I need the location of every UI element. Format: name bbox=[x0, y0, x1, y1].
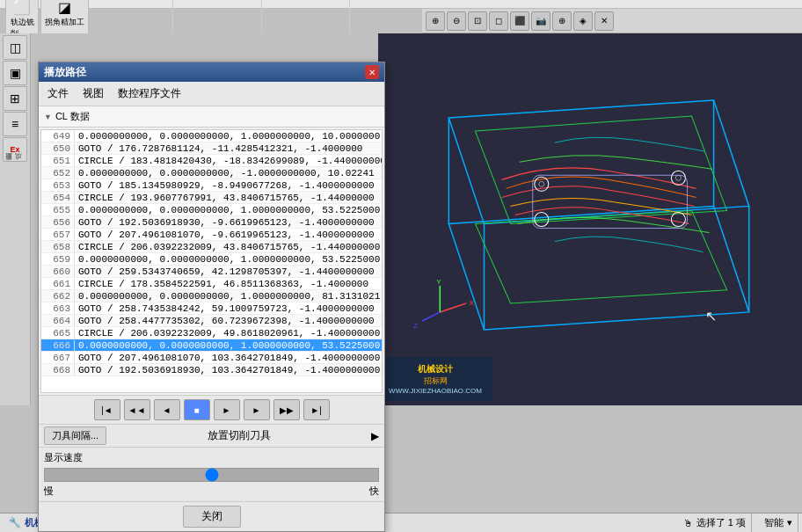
cl-line-num: 663 bbox=[41, 303, 75, 314]
status-mode-section: 智能 ▾ bbox=[759, 514, 798, 532]
status-select-section: 🖱 选择了 1 项 bbox=[678, 514, 752, 532]
cl-content: 0.0000000000, 0.0000000000, 1.0000000000… bbox=[75, 340, 382, 351]
table-row[interactable]: 650GOTO / 176.7287681124, -11.4285412321… bbox=[41, 142, 382, 155]
svg-rect-3 bbox=[378, 47, 802, 392]
cl-content: CIRCLE / 183.4818420430, -18.8342699089,… bbox=[75, 156, 382, 166]
dialog-close-row: 关闭 bbox=[39, 501, 384, 531]
watermark-url: WWW.JIXIEZHAOBIAO.COM bbox=[389, 387, 482, 395]
cl-line-num: 659 bbox=[41, 254, 75, 265]
cl-content: GOTO / 185.1345980929, -8.9490677268, -1… bbox=[75, 180, 378, 191]
sidebar-icon-grid[interactable]: ⊞ bbox=[3, 86, 27, 111]
table-row[interactable]: 664GOTO / 258.4477735302, 60.7239672398,… bbox=[41, 315, 382, 327]
table-row[interactable]: 660GOTO / 259.5343740659, 42.1298705397,… bbox=[41, 266, 382, 278]
cl-line-num: 649 bbox=[41, 131, 75, 142]
tree-item-label: CL 数据 bbox=[55, 110, 90, 123]
cl-content: 0.0000000000, 0.0000000000, 1.0000000000… bbox=[75, 254, 382, 265]
cl-dialog-title: 播放路径 bbox=[44, 65, 86, 80]
player-btn-first[interactable]: |◄ bbox=[94, 399, 120, 420]
table-row[interactable]: 6590.0000000000, 0.0000000000, 1.0000000… bbox=[41, 253, 382, 266]
cl-line-num: 652 bbox=[41, 168, 75, 179]
table-row[interactable]: 663GOTO / 258.7435384242, 59.1009759723,… bbox=[41, 302, 382, 315]
main-content: ◫ ▣ ⊞ ≡ Ex 重新成 播放路径 ✕ 文件 视图 数控程序文件 ▼ CL … bbox=[0, 33, 802, 405]
table-row[interactable]: 6620.0000000000, 0.0000000000, 1.0000000… bbox=[41, 290, 382, 302]
status-mode: 智能 bbox=[764, 516, 784, 529]
place-tool-arrow: ▶ bbox=[371, 430, 379, 442]
status-select-icon: 🖱 bbox=[683, 518, 693, 528]
table-row[interactable]: 667GOTO / 207.4961081070, 103.3642701849… bbox=[41, 352, 382, 364]
table-row[interactable]: 651CIRCLE / 183.4818420430, -18.83426990… bbox=[41, 155, 382, 167]
table-row[interactable]: 6660.0000000000, 0.0000000000, 1.0000000… bbox=[41, 339, 382, 352]
player-btn-next-fast[interactable]: ▶▶ bbox=[273, 399, 300, 420]
player-btn-prev[interactable]: ◄ bbox=[154, 399, 180, 420]
sidebar-icon-parts[interactable]: ◫ bbox=[3, 35, 27, 60]
player-btn-play[interactable]: ► bbox=[214, 399, 240, 420]
player-controls: |◄ ◄◄ ◄ ■ ► ► ▶▶ ►| bbox=[39, 395, 384, 424]
table-row[interactable]: 665CIRCLE / 206.0392232009, 49.861802096… bbox=[41, 327, 382, 339]
table-row[interactable]: 656GOTO / 192.5036918930, -9.6619965123,… bbox=[41, 216, 382, 229]
dialog-menu-file[interactable]: 文件 bbox=[44, 84, 72, 103]
logo-watermark: 机械设计 招标网 WWW.JIXIEZHAOBIAO.COM bbox=[378, 357, 492, 401]
player-btn-last[interactable]: ►| bbox=[303, 399, 330, 420]
place-tool-label: 放置切削刀具 bbox=[208, 428, 271, 443]
table-row[interactable]: 661CIRCLE / 178.3584522591, 46.851136836… bbox=[41, 278, 382, 290]
cl-content: GOTO / 176.7287681124, -11.4285412321, -… bbox=[75, 143, 366, 154]
cl-dialog-close-btn[interactable]: ✕ bbox=[365, 65, 379, 79]
speed-label: 显示速度 bbox=[44, 451, 379, 464]
cl-content: 0.0000000000, 0.0000000000, 1.0000000000… bbox=[75, 291, 382, 302]
cl-line-num: 653 bbox=[41, 180, 75, 191]
cl-line-num: 651 bbox=[41, 156, 75, 166]
dialog-menu-view[interactable]: 视图 bbox=[79, 84, 107, 103]
cl-line-num: 668 bbox=[41, 365, 75, 375]
svg-text:↖: ↖ bbox=[705, 308, 717, 324]
cl-content: GOTO / 207.4961081070, 103.3642701849, -… bbox=[75, 353, 382, 363]
player-btn-prev-fast[interactable]: ◄◄ bbox=[124, 399, 150, 420]
sidebar-icon-model[interactable]: ▣ bbox=[3, 61, 27, 85]
speed-min: 慢 bbox=[44, 485, 54, 498]
dialog-close-button[interactable]: 关闭 bbox=[183, 506, 241, 528]
cl-dialog-toolbar: 文件 视图 数控程序文件 bbox=[39, 82, 384, 106]
cl-tree: ▼ CL 数据 bbox=[39, 106, 384, 128]
cl-content: 0.0000000000, 0.0000000000, 1.0000000000… bbox=[75, 205, 382, 215]
status-selection-info: 选择了 1 项 bbox=[696, 516, 746, 529]
cl-content: CIRCLE / 193.9607767991, 43.8406715765, … bbox=[75, 193, 378, 203]
cl-content: GOTO / 258.7435384242, 59.1009759723, -1… bbox=[75, 303, 378, 314]
cl-content: GOTO / 207.4961081070, -9.6619965123, -1… bbox=[75, 230, 378, 240]
table-row[interactable]: 668GOTO / 192.5036918930, 103.3642701849… bbox=[41, 364, 382, 376]
table-row[interactable]: 654CIRCLE / 193.9607767991, 43.840671576… bbox=[41, 192, 382, 204]
cl-content: CIRCLE / 206.0392232009, 49.8618020961, … bbox=[75, 328, 382, 339]
speed-slider[interactable] bbox=[44, 468, 379, 482]
viewport-svg: X Y Z ↖ bbox=[378, 33, 802, 405]
watermark-sub: 招标网 bbox=[424, 375, 448, 387]
sidebar-icon-list[interactable]: ≡ bbox=[3, 112, 27, 136]
watermark-title: 机械设计 bbox=[418, 363, 453, 375]
status-icon: 🔧 bbox=[9, 517, 21, 528]
speed-row: 显示速度 慢 快 bbox=[39, 447, 384, 501]
table-row[interactable]: 6550.0000000000, 0.0000000000, 1.0000000… bbox=[41, 204, 382, 216]
player-btn-next[interactable]: ► bbox=[244, 399, 270, 420]
viewport: X Y Z ↖ 机械设计 招标网 WWW.JIXIEZHAOBIAO.COM bbox=[378, 33, 802, 405]
dialog-menu-nc[interactable]: 数控程序文件 bbox=[114, 84, 185, 103]
table-row[interactable]: 6490.0000000000, 0.0000000000, 1.0000000… bbox=[41, 130, 382, 142]
table-row[interactable]: 658CIRCLE / 206.0392232009, 43.840671576… bbox=[41, 241, 382, 253]
cl-line-num: 664 bbox=[41, 316, 75, 326]
cl-table-container[interactable]: 6490.0000000000, 0.0000000000, 1.0000000… bbox=[40, 129, 383, 393]
tool-interval-btn[interactable]: 刀具间隔... bbox=[44, 426, 106, 445]
sidebar-icon-ex[interactable]: Ex bbox=[3, 137, 27, 162]
speed-minmax: 慢 快 bbox=[44, 485, 379, 498]
table-row[interactable]: 6520.0000000000, 0.0000000000, -1.000000… bbox=[41, 167, 382, 179]
cl-line-num: 666 bbox=[41, 340, 75, 351]
table-row[interactable]: 657GOTO / 207.4961081070, -9.6619965123,… bbox=[41, 229, 382, 241]
tree-arrow: ▼ bbox=[44, 113, 52, 121]
tool-row: 刀具间隔... 放置切削刀具 ▶ bbox=[39, 424, 384, 447]
table-row[interactable]: 653GOTO / 185.1345980929, -8.9490677268,… bbox=[41, 179, 382, 192]
cl-line-num: 658 bbox=[41, 242, 75, 252]
cl-content: GOTO / 259.5343740659, 42.1298705397, -1… bbox=[75, 266, 378, 277]
cl-content: 0.0000000000, 0.0000000000, 1.0000000000… bbox=[75, 131, 382, 142]
cl-line-num: 654 bbox=[41, 193, 75, 203]
player-btn-stop[interactable]: ■ bbox=[184, 399, 210, 420]
cl-content: 0.0000000000, 0.0000000000, -1.000000000… bbox=[75, 168, 378, 179]
cl-content: GOTO / 258.4477735302, 60.7239672398, -1… bbox=[75, 316, 378, 326]
ribbon: 机械设计招标网 www.jixiezhaobiao.com 机械设计 招标网 ⬜… bbox=[0, 0, 802, 9]
cl-line-num: 661 bbox=[41, 279, 75, 289]
left-sidebar: ◫ ▣ ⊞ ≡ Ex 重新成 bbox=[0, 33, 31, 405]
